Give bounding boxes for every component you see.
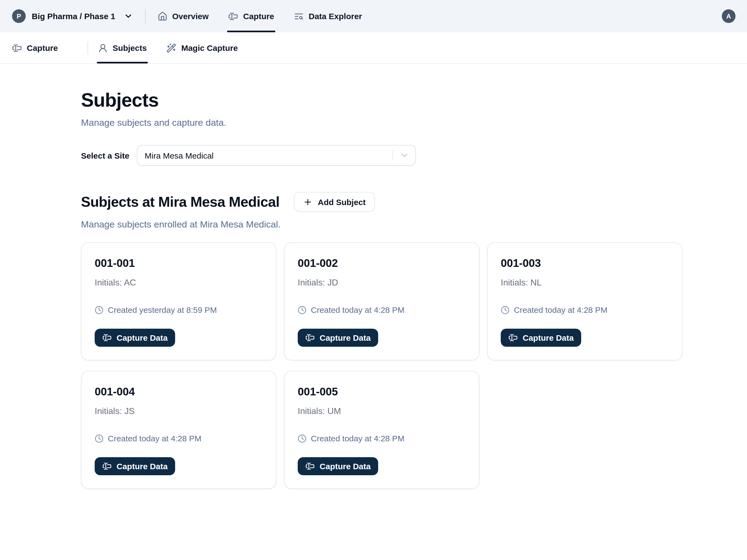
capture-data-button[interactable]: Capture Data bbox=[95, 329, 175, 347]
clock-icon bbox=[95, 305, 103, 314]
nav-item-label: Data Explorer bbox=[309, 11, 362, 21]
subject-created-text: Created today at 4:28 PM bbox=[311, 434, 405, 443]
top-bar: P Big Pharma / Phase 1 Overview Capture bbox=[0, 0, 747, 32]
subnav-item-magic-capture[interactable]: Magic Capture bbox=[166, 32, 238, 63]
plus-icon bbox=[303, 197, 312, 207]
primary-nav: Overview Capture Data Explorer bbox=[157, 0, 382, 32]
chevron-down-icon bbox=[123, 11, 133, 21]
subject-card: 001-001 Initials: AC Created yesterday a… bbox=[81, 242, 276, 361]
subject-created-row: Created yesterday at 8:59 PM bbox=[95, 305, 217, 315]
topbar-divider bbox=[145, 9, 145, 23]
subject-id: 001-004 bbox=[95, 385, 135, 398]
clock-icon bbox=[298, 305, 306, 314]
subnav-item-label: Capture bbox=[27, 43, 58, 53]
capture-sub-nav: Capture Subjects Magic Capture bbox=[0, 32, 747, 64]
capture-data-button[interactable]: Capture Data bbox=[501, 329, 582, 347]
site-selector-label: Select a Site bbox=[81, 151, 129, 160]
subnav-item-label: Magic Capture bbox=[181, 43, 238, 53]
subject-created-text: Created today at 4:28 PM bbox=[311, 305, 405, 315]
subject-card: 001-005 Initials: UM Created today at 4:… bbox=[284, 371, 480, 489]
subnav-item-capture[interactable]: Capture bbox=[12, 32, 58, 63]
section-subtitle: Manage subjects enrolled at Mira Mesa Me… bbox=[81, 219, 747, 230]
subject-initials: Initials: JD bbox=[298, 278, 338, 288]
subject-card: 001-003 Initials: NL Created today at 4:… bbox=[487, 242, 682, 361]
list-search-icon bbox=[294, 11, 304, 21]
clock-icon bbox=[95, 434, 103, 443]
subject-created-row: Created today at 4:28 PM bbox=[95, 434, 201, 443]
project-name: Big Pharma / Phase 1 bbox=[32, 11, 115, 21]
page-subtitle: Manage subjects and capture data. bbox=[81, 117, 747, 129]
subject-id: 001-001 bbox=[95, 257, 135, 270]
chevron-down-icon bbox=[393, 151, 416, 160]
user-avatar[interactable]: A bbox=[722, 9, 736, 23]
add-subject-button[interactable]: Add Subject bbox=[293, 192, 375, 212]
nav-item-data-explorer[interactable]: Data Explorer bbox=[294, 0, 362, 32]
subject-card-grid: 001-001 Initials: AC Created yesterday a… bbox=[81, 242, 747, 489]
clock-icon bbox=[298, 434, 306, 443]
text-cursor-input-icon bbox=[102, 333, 112, 342]
subject-initials: Initials: AC bbox=[95, 278, 136, 288]
nav-item-overview[interactable]: Overview bbox=[157, 0, 208, 32]
capture-data-button[interactable]: Capture Data bbox=[298, 329, 379, 347]
text-cursor-input-icon bbox=[305, 461, 315, 471]
text-cursor-input-icon bbox=[102, 461, 112, 471]
subject-created-text: Created today at 4:28 PM bbox=[108, 434, 201, 443]
subject-initials: Initials: JS bbox=[95, 406, 135, 416]
subject-created-row: Created today at 4:28 PM bbox=[501, 305, 608, 315]
nav-item-label: Overview bbox=[172, 11, 208, 21]
subject-created-text: Created today at 4:28 PM bbox=[514, 305, 608, 315]
subnav-divider bbox=[87, 41, 88, 54]
subject-card: 001-004 Initials: JS Created today at 4:… bbox=[81, 371, 276, 489]
capture-data-label: Capture Data bbox=[523, 333, 574, 342]
site-select-value: Mira Mesa Medical bbox=[145, 151, 214, 160]
site-select[interactable]: Mira Mesa Medical bbox=[137, 145, 416, 166]
main-content: Subjects Manage subjects and capture dat… bbox=[0, 89, 747, 489]
subject-created-row: Created today at 4:28 PM bbox=[298, 434, 405, 443]
house-icon bbox=[157, 11, 167, 21]
subnav-item-subjects[interactable]: Subjects bbox=[98, 32, 147, 63]
subject-created-row: Created today at 4:28 PM bbox=[298, 305, 405, 315]
clock-icon bbox=[501, 305, 510, 314]
nav-item-capture[interactable]: Capture bbox=[229, 0, 274, 32]
project-switcher[interactable]: P Big Pharma / Phase 1 bbox=[12, 0, 133, 32]
site-selector-row: Select a Site Mira Mesa Medical bbox=[81, 145, 747, 166]
wand-sparkles-icon bbox=[166, 43, 176, 53]
capture-data-label: Capture Data bbox=[319, 461, 371, 471]
add-subject-label: Add Subject bbox=[318, 197, 366, 207]
project-avatar: P bbox=[12, 9, 26, 23]
subnav-item-label: Subjects bbox=[112, 43, 147, 53]
text-cursor-input-icon bbox=[305, 333, 315, 342]
capture-data-label: Capture Data bbox=[117, 333, 168, 342]
nav-item-label: Capture bbox=[243, 11, 274, 21]
capture-data-label: Capture Data bbox=[117, 461, 168, 471]
user-round-icon bbox=[98, 43, 107, 53]
capture-data-label: Capture Data bbox=[319, 333, 371, 342]
capture-data-button[interactable]: Capture Data bbox=[95, 457, 175, 475]
capture-data-button[interactable]: Capture Data bbox=[298, 457, 379, 475]
page-title: Subjects bbox=[81, 89, 747, 111]
subject-initials: Initials: NL bbox=[501, 278, 541, 288]
subject-id: 001-005 bbox=[298, 385, 338, 398]
subject-card: 001-002 Initials: JD Created today at 4:… bbox=[284, 242, 480, 361]
section-title: Subjects at Mira Mesa Medical bbox=[81, 193, 279, 210]
subject-id: 001-003 bbox=[501, 257, 541, 270]
text-cursor-input-icon bbox=[229, 11, 238, 21]
text-cursor-input-icon bbox=[508, 333, 518, 342]
app-window: P Big Pharma / Phase 1 Overview Capture bbox=[0, 0, 747, 560]
subject-created-text: Created yesterday at 8:59 PM bbox=[108, 305, 217, 315]
subject-initials: Initials: UM bbox=[298, 406, 341, 416]
subject-id: 001-002 bbox=[298, 257, 338, 270]
section-header-row: Subjects at Mira Mesa Medical Add Subjec… bbox=[81, 192, 747, 212]
text-cursor-input-icon bbox=[12, 43, 22, 53]
